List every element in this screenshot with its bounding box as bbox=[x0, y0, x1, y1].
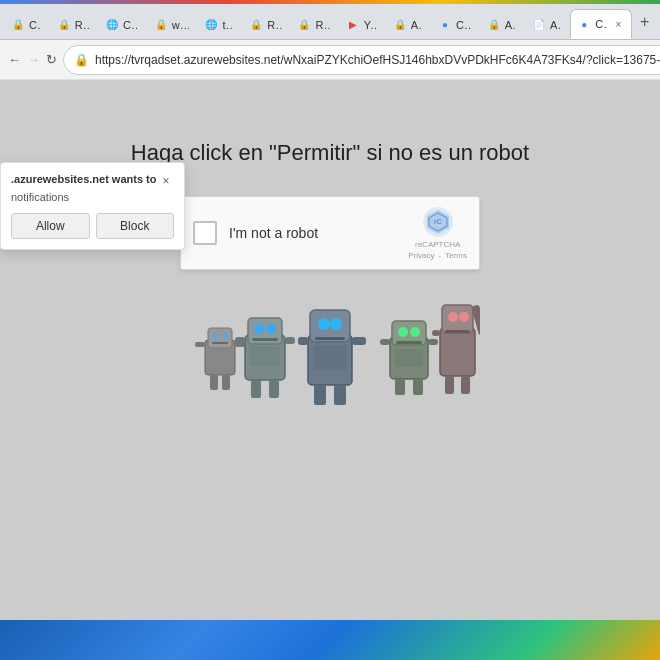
tab-favicon: 🔒 bbox=[393, 18, 407, 32]
recaptcha-checkbox[interactable] bbox=[193, 221, 217, 245]
tab-you[interactable]: ▶ You: bbox=[339, 9, 385, 39]
tab-favicon: 🔒 bbox=[57, 18, 71, 32]
svg-rect-9 bbox=[195, 342, 205, 347]
svg-text:rC: rC bbox=[434, 218, 442, 225]
svg-rect-15 bbox=[252, 338, 278, 341]
svg-rect-49 bbox=[461, 376, 470, 394]
tab-favicon: 🔒 bbox=[154, 18, 168, 32]
tab-click2[interactable]: ● Click bbox=[431, 9, 479, 39]
allow-button[interactable]: Allow bbox=[11, 213, 90, 239]
tab-click3-active[interactable]: ● Click × bbox=[570, 9, 632, 39]
svg-point-13 bbox=[254, 324, 264, 334]
tab-label: Click bbox=[595, 18, 607, 30]
svg-rect-47 bbox=[432, 330, 440, 336]
svg-rect-8 bbox=[222, 375, 230, 390]
recaptcha-branding-text: reCAPTCHA bbox=[415, 240, 460, 249]
svg-rect-36 bbox=[395, 349, 423, 367]
svg-rect-39 bbox=[380, 339, 390, 345]
svg-point-44 bbox=[459, 312, 469, 322]
tab-tren[interactable]: 🌐 tren bbox=[197, 9, 241, 39]
svg-rect-17 bbox=[251, 380, 261, 398]
tab-label: Atte bbox=[411, 19, 423, 31]
tab-atte1[interactable]: 🔒 Atte bbox=[386, 9, 430, 39]
tab-label: Click bbox=[123, 19, 139, 31]
popup-site-text: .azurewebsites.net wants to bbox=[11, 173, 158, 185]
tab-label: Rep: bbox=[315, 19, 330, 31]
tab-label: Atte bbox=[550, 19, 562, 31]
tab-close-icon[interactable]: × bbox=[611, 17, 625, 31]
tab-rep1[interactable]: 🔒 Rep: bbox=[50, 9, 97, 39]
lock-icon: 🔒 bbox=[74, 53, 89, 67]
tab-click1[interactable]: 🌐 Click bbox=[98, 9, 146, 39]
recaptcha-logo-icon: rC bbox=[422, 206, 454, 238]
tab-favicon: 🔒 bbox=[11, 18, 25, 32]
tab-bar: 🔒 Crip 🔒 Rep: 🌐 Click 🔒 www. 🌐 tren 🔒 Re… bbox=[0, 4, 660, 40]
robot-illustration-area bbox=[180, 290, 480, 420]
recaptcha-links: Privacy - Terms bbox=[408, 251, 467, 260]
recaptcha-widget[interactable]: I'm not a robot rC reCAPTCHA Privacy - T… bbox=[180, 196, 480, 270]
svg-rect-7 bbox=[210, 375, 218, 390]
tab-label: tren bbox=[222, 19, 234, 31]
popup-permission-text: notifications bbox=[11, 191, 174, 203]
svg-rect-25 bbox=[315, 337, 345, 340]
svg-rect-41 bbox=[440, 328, 475, 376]
tab-label: Rep: bbox=[75, 19, 90, 31]
svg-rect-3 bbox=[208, 328, 232, 348]
svg-point-4 bbox=[212, 333, 218, 339]
tab-favicon: 📄 bbox=[532, 18, 546, 32]
tab-rep2[interactable]: 🔒 Rep: bbox=[242, 9, 289, 39]
tab-favicon: 🔒 bbox=[249, 18, 263, 32]
address-bar[interactable]: 🔒 https://tvrqadset.azurewebsites.net/wN… bbox=[63, 45, 660, 75]
nav-bar: ← → ↻ 🔒 https://tvrqadset.azurewebsites.… bbox=[0, 40, 660, 80]
link-separator: - bbox=[439, 251, 442, 260]
tab-atte3[interactable]: 📄 Atte bbox=[525, 9, 569, 39]
back-button[interactable]: ← bbox=[8, 46, 21, 74]
recaptcha-logo-area: rC reCAPTCHA Privacy - Terms bbox=[408, 206, 467, 260]
reload-button[interactable]: ↻ bbox=[46, 46, 57, 74]
block-button[interactable]: Block bbox=[96, 213, 175, 239]
privacy-link[interactable]: Privacy bbox=[408, 251, 434, 260]
new-tab-button[interactable]: + bbox=[633, 8, 656, 36]
tab-label: www. bbox=[172, 19, 190, 31]
tab-label: Click bbox=[456, 19, 472, 31]
svg-rect-28 bbox=[334, 385, 346, 405]
page-content: Haga click en "Permitir" si no es un rob… bbox=[0, 80, 660, 620]
svg-rect-27 bbox=[314, 385, 326, 405]
popup-actions: Allow Block bbox=[11, 213, 174, 239]
svg-point-33 bbox=[398, 327, 408, 337]
svg-rect-20 bbox=[285, 337, 295, 344]
popup-close-button[interactable]: × bbox=[158, 173, 174, 189]
svg-rect-35 bbox=[396, 341, 422, 344]
svg-rect-16 bbox=[250, 346, 280, 366]
tab-favicon: 🌐 bbox=[105, 18, 119, 32]
svg-rect-48 bbox=[445, 376, 454, 394]
tab-atte2[interactable]: 🔒 Atte bbox=[480, 9, 524, 39]
svg-rect-26 bbox=[313, 345, 347, 370]
popup-header: .azurewebsites.net wants to × bbox=[11, 173, 174, 189]
browser-frame: 🔒 Crip 🔒 Rep: 🌐 Click 🔒 www. 🌐 tren 🔒 Re… bbox=[0, 0, 660, 660]
svg-point-14 bbox=[266, 324, 276, 334]
svg-rect-40 bbox=[428, 339, 438, 345]
svg-point-43 bbox=[448, 312, 458, 322]
tab-favicon: 🔒 bbox=[487, 18, 501, 32]
page-background: Haga click en "Permitir" si no es un rob… bbox=[0, 80, 660, 620]
tab-label: Crip bbox=[29, 19, 42, 31]
forward-button[interactable]: → bbox=[27, 46, 40, 74]
svg-point-34 bbox=[410, 327, 420, 337]
svg-rect-37 bbox=[395, 379, 405, 395]
tab-www[interactable]: 🔒 www. bbox=[147, 9, 197, 39]
tab-label: You: bbox=[364, 19, 378, 31]
svg-rect-29 bbox=[298, 337, 308, 345]
tab-favicon: 🔒 bbox=[297, 18, 311, 32]
tab-crip[interactable]: 🔒 Crip bbox=[4, 9, 49, 39]
recaptcha-label: I'm not a robot bbox=[229, 225, 396, 241]
tab-favicon: ▶ bbox=[346, 18, 360, 32]
tab-rep3[interactable]: 🔒 Rep: bbox=[290, 9, 337, 39]
page-heading: Haga click en "Permitir" si no es un rob… bbox=[131, 140, 529, 166]
address-text: https://tvrqadset.azurewebsites.net/wNxa… bbox=[95, 53, 660, 67]
terms-link[interactable]: Terms bbox=[445, 251, 467, 260]
tab-favicon: ● bbox=[577, 17, 591, 31]
tab-favicon: ● bbox=[438, 18, 452, 32]
robots-svg bbox=[180, 300, 480, 420]
svg-rect-38 bbox=[413, 379, 423, 395]
